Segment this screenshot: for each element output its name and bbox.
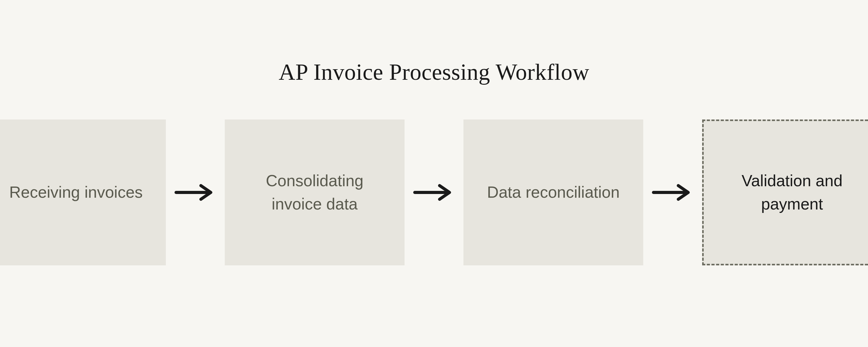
arrow-right-icon bbox=[405, 183, 463, 202]
workflow-step-receiving: Receiving invoices bbox=[0, 119, 166, 265]
diagram-container: AP Invoice Processing Workflow Receiving… bbox=[0, 0, 868, 347]
workflow-step-reconciliation: Data reconciliation bbox=[463, 119, 643, 265]
workflow-step-label: Data reconciliation bbox=[487, 181, 620, 204]
workflow-step-consolidating: Consolidating invoice data bbox=[225, 119, 405, 265]
diagram-title: AP Invoice Processing Workflow bbox=[279, 59, 589, 85]
workflow-step-validation: Validation and payment bbox=[702, 119, 868, 265]
workflow-step-label: Receiving invoices bbox=[9, 181, 143, 204]
arrow-right-icon bbox=[166, 183, 225, 202]
workflow-row: Receiving invoices Consolidating invoice… bbox=[0, 119, 868, 265]
workflow-step-label: Validation and payment bbox=[722, 169, 862, 216]
workflow-step-label: Consolidating invoice data bbox=[243, 169, 386, 216]
arrow-right-icon bbox=[643, 183, 702, 202]
